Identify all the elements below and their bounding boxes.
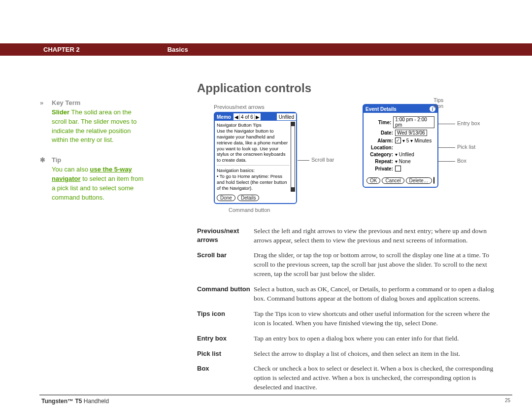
memo-buttons: Done Details (215, 193, 296, 203)
sidebar: » Key Term Slider The solid area on the … (52, 99, 145, 213)
product-bold: Tungsten™ T5 (41, 398, 82, 405)
alarm-num-picklist[interactable]: 5 (402, 138, 409, 143)
leader-line (298, 160, 309, 161)
repeat-picklist[interactable]: None (395, 159, 411, 164)
definition-term: Entry box (197, 334, 254, 343)
memo-counter: 4 of 6 (240, 114, 255, 120)
page-title: Application controls (197, 81, 498, 95)
date-label: Date: (366, 130, 395, 136)
definition-desc: Drag the slider, or tap the top or botto… (254, 251, 498, 279)
memo-line: Navigation basics: (217, 168, 289, 173)
definition-row: Tips iconTap the Tips icon to view short… (197, 309, 498, 328)
done-button[interactable]: Done (217, 195, 235, 201)
memo-body: Navigator Button Tips Use the Navigator … (215, 121, 296, 193)
definition-term: Command button (197, 285, 254, 304)
definition-term: Box (197, 364, 254, 392)
page-number: 25 (505, 398, 510, 403)
definition-row: Command buttonSelect a button, such as O… (197, 285, 498, 304)
repeat-label: Repeat: (366, 159, 395, 164)
memo-titlebar: Memo ◀ 4 of 6 ▶ Unfiled (215, 113, 296, 121)
alarm-unit-picklist[interactable]: Minutes (410, 138, 432, 143)
product-name: Tungsten™ T5 Handheld (41, 398, 109, 405)
definition-row: BoxCheck or uncheck a box to select or d… (197, 364, 498, 392)
definition-row: Entry boxTap an entry box to open a dial… (197, 334, 498, 343)
keyterm-block: » Key Term Slider The solid area on the … (52, 99, 145, 145)
event-details-device: Event Details i Time: 1:00 pm - 2:00 pm … (363, 104, 438, 188)
event-body: Time: 1:00 pm - 2:00 pm Date: Wed 9/13/0… (364, 113, 437, 175)
separator (217, 165, 289, 166)
prev-arrow-icon[interactable]: ◀ (233, 114, 240, 120)
definition-row: Pick listSelect the arrow to display a l… (197, 349, 498, 359)
private-label: Private: (366, 166, 395, 171)
note-icon[interactable] (433, 177, 435, 184)
event-buttons: OK Cancel Delete… (364, 175, 437, 187)
leader-line (437, 124, 455, 124)
event-title: Event Details (366, 106, 397, 112)
footer-rule (39, 395, 512, 395)
definition-term: Pick list (197, 349, 254, 359)
definition-desc: Select a button, such as OK, Cancel, or … (254, 285, 498, 304)
next-arrow-icon[interactable]: ▶ (255, 114, 261, 120)
section-label: Basics (167, 46, 188, 53)
category-picklist[interactable]: Unfiled (395, 152, 414, 157)
delete-button[interactable]: Delete… (406, 177, 432, 184)
caption-box: Box (457, 158, 466, 164)
caption-prev-next: Previous/next arrows (214, 104, 320, 110)
definition-term: Previous/next arrows (197, 227, 254, 245)
definition-row: Scroll barDrag the slider, or tap the to… (197, 251, 498, 279)
definition-desc: Select the left and right arrows to view… (254, 227, 498, 245)
definition-desc: Check or uncheck a box to select or dese… (254, 364, 498, 392)
alarm-checkbox[interactable]: ✓ (395, 137, 401, 143)
chapter-label: CHAPTER 2 (43, 46, 80, 53)
memo-line: • To go to Home anytime: Press and hold … (217, 173, 289, 191)
caption-entry-box: Entry box (457, 120, 480, 126)
caption-command-button: Command button (229, 207, 320, 213)
main-content: Application controls Previous/next arrow… (197, 81, 498, 398)
definition-desc: Select the arrow to display a list of ch… (254, 349, 498, 359)
definition-row: Previous/next arrowsSelect the left and … (197, 227, 498, 245)
keyterm-icon: » (40, 99, 43, 108)
date-entry-box[interactable]: Wed 9/13/06 (395, 130, 427, 136)
memo-device: Memo ◀ 4 of 6 ▶ Unfiled Navigator Button… (214, 112, 297, 204)
time-entry-box[interactable]: 1:00 pm - 2:00 pm (393, 116, 434, 128)
caption-pick-list: Pick list (457, 144, 475, 150)
product-rest: Handheld (82, 398, 109, 405)
alarm-label: Alarm: (366, 138, 395, 143)
memo-category-picklist[interactable]: Unfiled (277, 113, 296, 120)
caption-scroll-bar: Scroll bar (311, 157, 334, 163)
tip-icon: ✱ (40, 156, 45, 165)
memo-line: Navigator Button Tips (217, 122, 289, 128)
definition-desc: Tap an entry box to open a dialog box wh… (254, 334, 498, 343)
location-label: Location: (366, 145, 395, 150)
caption-tips-icon: Tips icon (433, 97, 443, 109)
tip-pre: You can also (52, 166, 90, 173)
definition-desc: Tap the Tips icon to view shortcuts and … (254, 309, 498, 328)
private-checkbox[interactable] (395, 166, 401, 171)
event-titlebar: Event Details i (364, 105, 437, 113)
chapter-banner: CHAPTER 2 Basics (0, 43, 532, 56)
time-label: Time: (366, 120, 393, 125)
memo-line: Use the Navigator button to navigate you… (217, 128, 289, 163)
keyterm-term: Slider (52, 108, 69, 116)
cancel-button[interactable]: Cancel (382, 177, 404, 184)
leader-line (437, 147, 455, 148)
scroll-bar[interactable] (291, 122, 295, 192)
keyterm-heading: Key Term (52, 99, 80, 106)
tip-heading: Tip (52, 156, 61, 164)
ok-button[interactable]: OK (366, 177, 380, 184)
definitions-table: Previous/next arrowsSelect the left and … (197, 227, 498, 392)
tip-block: ✱ Tip You can also use the 5-way navigat… (52, 156, 145, 202)
definition-term: Tips icon (197, 309, 254, 328)
figure-row: Previous/next arrows Memo ◀ 4 of 6 ▶ Unf… (197, 104, 498, 213)
definition-term: Scroll bar (197, 251, 254, 279)
leader-line (437, 161, 455, 162)
details-button[interactable]: Details (237, 195, 260, 201)
memo-title: Memo (215, 114, 233, 120)
memo-nav: ◀ 4 of 6 ▶ (233, 113, 261, 120)
category-label: Category: (366, 152, 395, 157)
